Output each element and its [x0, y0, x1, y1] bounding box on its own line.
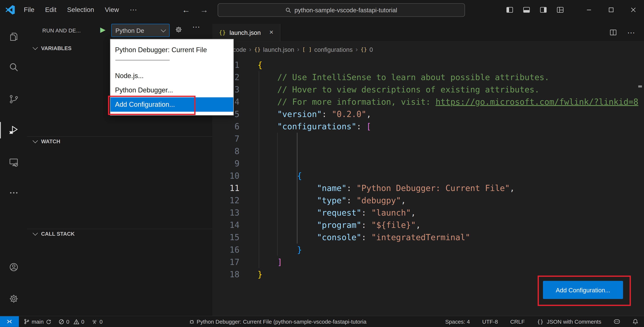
line-number[interactable]: 14: [212, 219, 240, 231]
dropdown-item[interactable]: Python Debugger...: [110, 83, 233, 97]
section-label: CALL STACK: [41, 231, 74, 237]
code-line[interactable]: 17 ]: [212, 256, 644, 268]
menu-edit[interactable]: Edit: [40, 0, 62, 20]
maximize-button[interactable]: [600, 0, 622, 20]
line-number[interactable]: 16: [212, 244, 240, 256]
back-arrow-icon[interactable]: ←: [181, 0, 191, 20]
line-number[interactable]: 10: [212, 170, 240, 182]
breadcrumb: code›{}launch.json›[ ]configurations›{}0: [212, 41, 644, 58]
menu-file[interactable]: File: [18, 0, 40, 20]
accounts-icon[interactable]: [0, 256, 27, 278]
notifications-bell-icon[interactable]: [632, 318, 638, 324]
breadcrumb-item[interactable]: code: [233, 46, 246, 53]
minimize-button[interactable]: [578, 0, 600, 20]
menu-selection[interactable]: Selection: [62, 0, 99, 20]
line-number[interactable]: 8: [212, 145, 240, 157]
eol-item[interactable]: CRLF: [510, 318, 525, 324]
section-call-stack[interactable]: CALL STACK: [34, 231, 75, 237]
search-icon[interactable]: [0, 56, 27, 78]
section-watch[interactable]: WATCH: [34, 138, 60, 144]
tab-bar: {} launch.json × ⋯: [212, 20, 644, 42]
search-value: python-sample-vscode-fastapi-tutorial: [294, 6, 397, 14]
scrollbar-mark[interactable]: [638, 85, 642, 88]
chevron-down-icon: [32, 138, 38, 143]
breadcrumb-chevron-icon: ›: [297, 46, 299, 53]
branch-item[interactable]: main: [24, 318, 52, 324]
editor-more-actions-icon[interactable]: ⋯: [627, 28, 635, 37]
line-number[interactable]: 11: [212, 182, 240, 194]
ports-count: 0: [100, 318, 103, 324]
toggle-primary-sidebar-icon[interactable]: [501, 0, 518, 20]
code-text: // Use IntelliSense to learn about possi…: [258, 71, 549, 83]
toggle-panel-icon[interactable]: [518, 0, 534, 20]
line-number[interactable]: 15: [212, 231, 240, 244]
json-file-icon: {}: [219, 29, 226, 36]
code-line[interactable]: 5 "version": "0.2.0",: [212, 108, 644, 120]
sidebar-title: RUN AND DE...: [42, 28, 81, 34]
line-number[interactable]: 7: [212, 133, 240, 145]
code-line[interactable]: 4 // For more information, visit: https:…: [212, 96, 644, 108]
code-text: }: [258, 244, 302, 256]
indentation-item[interactable]: Spaces: 4: [445, 318, 470, 324]
command-center-search[interactable]: python-sample-vscode-fastapi-tutorial: [218, 3, 465, 17]
symbol-icon: [ ]: [302, 46, 312, 52]
tab-launch-json[interactable]: {} launch.json ×: [212, 24, 280, 41]
dropdown-separator: [115, 60, 170, 60]
indent-guide: [259, 71, 259, 268]
close-window-button[interactable]: [622, 0, 644, 20]
line-number[interactable]: 18: [212, 268, 240, 280]
code-line[interactable]: 1{: [212, 59, 644, 71]
code-line[interactable]: 6 "configurations": [: [212, 120, 644, 133]
breadcrumb-item[interactable]: {}0: [360, 46, 373, 53]
debug-status-item[interactable]: Python Debugger: Current File (python-sa…: [189, 318, 366, 324]
source-control-icon[interactable]: [0, 88, 27, 110]
close-tab-icon[interactable]: ×: [269, 28, 273, 36]
code-text: "configurations": [: [258, 120, 371, 133]
line-number[interactable]: 6: [212, 120, 240, 133]
code-line[interactable]: 2 // Use IntelliSense to learn about pos…: [212, 71, 644, 83]
code-line[interactable]: 3 // Hover to view descriptions of exist…: [212, 83, 644, 96]
encoding-item[interactable]: UTF-8: [482, 318, 498, 324]
dropdown-item[interactable]: Node.js...: [110, 68, 233, 83]
annotation-rectangle-dropdown: [108, 96, 196, 115]
menu-view[interactable]: View: [100, 0, 124, 20]
sidebar-more-actions-icon[interactable]: ⋯: [192, 22, 200, 32]
ports-item[interactable]: 0: [92, 318, 102, 324]
remote-explorer-icon[interactable]: [0, 152, 27, 173]
breadcrumb-chevron-icon: ›: [249, 46, 252, 53]
line-number[interactable]: 13: [212, 207, 240, 219]
remote-indicator[interactable]: [0, 316, 19, 327]
start-debugging-icon[interactable]: ▶: [100, 26, 106, 34]
toggle-secondary-sidebar-icon[interactable]: [535, 0, 552, 20]
status-bar: main 0 0 0 Python Debugger: Current File…: [0, 316, 644, 327]
line-number[interactable]: 17: [212, 256, 240, 268]
debug-status-text: Python Debugger: Current File (python-sa…: [196, 318, 366, 324]
copilot-icon[interactable]: [614, 318, 620, 324]
language-item[interactable]: {} JSON with Comments: [537, 318, 601, 324]
error-count: 0: [66, 318, 69, 324]
debug-configuration-select[interactable]: Python De: [111, 24, 170, 37]
breadcrumb-item[interactable]: {}launch.json: [254, 46, 294, 53]
customize-layout-icon[interactable]: [552, 0, 568, 20]
dropdown-item[interactable]: Python Debugger: Current File: [110, 42, 233, 58]
chevron-down-icon: [32, 45, 38, 50]
line-number[interactable]: 9: [212, 157, 240, 170]
vscode-logo-icon: [6, 5, 15, 15]
run-and-debug-icon[interactable]: [0, 120, 27, 141]
split-editor-icon[interactable]: [609, 28, 617, 36]
section-variables[interactable]: VARIABLES: [34, 45, 72, 51]
explorer-icon[interactable]: [0, 26, 27, 47]
menu-more-icon[interactable]: ⋯: [124, 0, 142, 20]
more-views-icon[interactable]: [0, 182, 27, 203]
settings-gear-icon[interactable]: [0, 288, 27, 309]
vscode-window: File Edit Selection View ⋯ ← → python-sa…: [0, 0, 644, 327]
code-text: // For more information, visit: https://…: [258, 96, 638, 108]
configure-gear-icon[interactable]: [175, 26, 182, 33]
warnings-icon: [74, 319, 79, 324]
breadcrumb-item[interactable]: [ ]configurations: [302, 46, 353, 53]
problems-item[interactable]: 0 0: [59, 318, 84, 324]
line-number[interactable]: 12: [212, 194, 240, 207]
section-divider: [27, 136, 212, 137]
code-text: "console": "integratedTerminal": [258, 231, 470, 244]
forward-arrow-icon[interactable]: →: [199, 0, 210, 20]
